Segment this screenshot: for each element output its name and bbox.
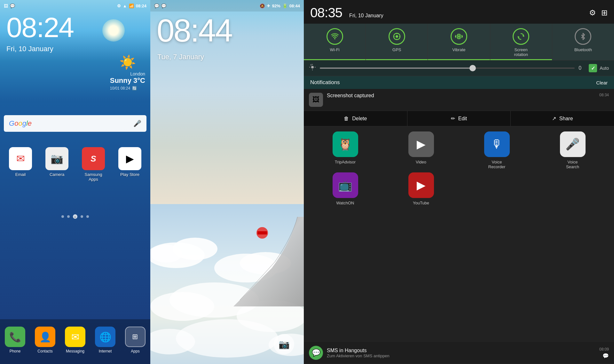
grid-header-icon[interactable]: ⊞ [601, 8, 608, 17]
drawer-voice-search[interactable]: 🎤 VoiceSearch [536, 131, 609, 169]
drawer-voice-recorder[interactable]: 🎙 VoiceRecorder [460, 131, 533, 169]
vibrate-toggle[interactable]: Vibrate [428, 24, 490, 60]
edit-action-button[interactable]: ✏ Edit [407, 111, 511, 126]
apps-grid-icon: ⊞ [125, 327, 146, 347]
drawer-watchon[interactable]: 📺 WatchON [309, 172, 382, 205]
wifi-toggle[interactable]: Wi-Fi [304, 24, 366, 60]
notification-date: Fri, 10 January [349, 13, 383, 19]
tripadvisor-icon: 🦉 [333, 131, 358, 157]
samsung-apps-icon: S [82, 147, 105, 170]
svg-point-7 [150, 292, 214, 321]
notification-panel: 08:35 Fri, 10 January ⚙ ⊞ Wi-Fi [304, 0, 614, 364]
weather-condition: Sunny [110, 76, 131, 84]
app-grid: ✉ Email 📷 Camera S SamsungApps ▶ Play St… [4, 147, 146, 182]
brightness-slider[interactable] [320, 67, 575, 69]
rotation-toggle-icon [513, 28, 529, 45]
home-time-display: 08:44 [157, 14, 232, 46]
dock-messaging[interactable]: ✉ Messaging [65, 327, 85, 353]
delete-icon: 🗑 [344, 116, 349, 122]
dock-apps[interactable]: ⊞ Apps [125, 327, 146, 353]
share-action-button[interactable]: ↗ Share [511, 111, 614, 126]
gps-toggle-icon [389, 28, 405, 45]
camera-app-icon: 📷 [45, 147, 68, 170]
weather-degrees: 3°C [133, 76, 145, 84]
dot-4[interactable] [81, 215, 83, 218]
app-email[interactable]: ✉ Email [9, 147, 32, 182]
messaging-label: Messaging [66, 349, 84, 353]
settings-header-icon[interactable]: ⚙ [589, 8, 596, 17]
notifications-section-title: Notifications [310, 79, 340, 86]
app-playstore[interactable]: ▶ Play Store [118, 147, 141, 182]
svg-marker-27 [522, 35, 524, 37]
youtube-icon: ▶ [408, 172, 434, 198]
app-samsung[interactable]: S SamsungApps [82, 147, 105, 182]
dock-internet[interactable]: 🌐 Internet [95, 327, 115, 353]
internet-label: Internet [99, 349, 112, 353]
camera-shortcut-button[interactable]: 📷 [274, 334, 294, 354]
playstore-label: Play Store [120, 172, 139, 177]
status-icons-right: ⚙ ▲ 📶 08:24 [117, 4, 146, 8]
camera-btn-icon: 📷 [279, 339, 290, 350]
dot-2[interactable] [67, 215, 70, 218]
auto-brightness-toggle[interactable]: ✓ Auto [589, 64, 609, 72]
bluetooth-toggle[interactable]: Bluetooth [552, 24, 614, 60]
gps-toggle[interactable]: GPS [366, 24, 428, 60]
auto-label: Auto [600, 66, 609, 71]
tripadvisor-label: TripAdvisor [335, 160, 356, 164]
screenshot-notification[interactable]: 🖼 Screenshot captured 08:34 [304, 89, 614, 111]
screenshot-notif-content: Screenshot captured [327, 93, 595, 99]
mute-icon: 🔕 [260, 4, 265, 8]
vibrate-toggle-label: Vibrate [453, 47, 466, 52]
svg-marker-28 [518, 36, 520, 38]
apps-label: Apps [131, 349, 139, 353]
hangouts-status-icon: 💬 [10, 4, 15, 8]
internet-icon: 🌐 [95, 327, 115, 347]
airplane-icon: ✈ [267, 4, 270, 8]
chat-icon-status: 💬 [161, 4, 166, 8]
camera-app-label: Camera [50, 172, 64, 177]
app-drawer-section: 🦉 TripAdvisor ▶ Video 🎙 VoiceRecorder [304, 126, 614, 342]
clock-status: 08:24 [136, 4, 146, 8]
weather-date-ref: 10/01 08:24 🔄 [110, 86, 145, 91]
google-search-bar[interactable]: Google 🎤 [4, 115, 146, 132]
dock-bar: 📞 Phone 👤 Contacts ✉ Messaging 🌐 Interne… [0, 319, 150, 364]
battery-icon: 🔋 [282, 4, 287, 8]
dock-phone[interactable]: 📞 Phone [5, 327, 25, 353]
dot-1[interactable] [61, 215, 64, 218]
drawer-youtube[interactable]: ▶ YouTube [385, 172, 457, 205]
app-camera[interactable]: 📷 Camera [45, 147, 68, 182]
sms-hangouts-notification[interactable]: 💬 SMS in Hangouts Zum Aktivieren von SMS… [304, 342, 614, 364]
hangouts-icon-wrap: 💬 [309, 346, 323, 360]
screenshot-notif-time: 08:34 [599, 93, 609, 97]
signal-icon: 📶 [129, 4, 134, 8]
dot-home[interactable]: ⌂ [73, 214, 77, 219]
rotation-toggle[interactable]: Screenrotation [490, 24, 552, 60]
playstore-icon: ▶ [118, 147, 141, 170]
samsung-apps-label: SamsungApps [85, 172, 102, 182]
sun-decoration [102, 19, 125, 42]
brightness-value: 0 [579, 65, 585, 71]
refresh-icon[interactable]: 🔄 [132, 86, 137, 91]
weather-city: London [110, 71, 145, 76]
dot-5[interactable] [86, 215, 89, 218]
hangouts-badge-icon: 💬 [602, 353, 609, 359]
contacts-label: Contacts [37, 349, 52, 353]
brightness-fill [320, 67, 473, 69]
notification-time: 08:35 [310, 5, 342, 20]
svg-point-3 [150, 245, 182, 263]
clear-notifications-button[interactable]: Clear [596, 80, 608, 85]
voice-search-icon[interactable]: 🎤 [133, 120, 141, 127]
home-status-time: 08:44 [289, 4, 300, 8]
dock-contacts[interactable]: 👤 Contacts [35, 327, 55, 353]
sms-notif-time: 08:09 [599, 347, 609, 352]
settings-icon: ⚙ [117, 4, 121, 8]
vibrate-toggle-icon [451, 28, 467, 45]
drawer-tripadvisor[interactable]: 🦉 TripAdvisor [309, 131, 382, 169]
wifi-toggle-icon [327, 28, 343, 45]
drawer-video[interactable]: ▶ Video [385, 131, 457, 169]
checkbox-checked-icon: ✓ [589, 64, 597, 72]
email-app-icon: ✉ [9, 147, 32, 170]
share-icon: ↗ [552, 115, 556, 122]
delete-action-button[interactable]: 🗑 Delete [304, 111, 407, 126]
svg-point-29 [311, 66, 314, 68]
